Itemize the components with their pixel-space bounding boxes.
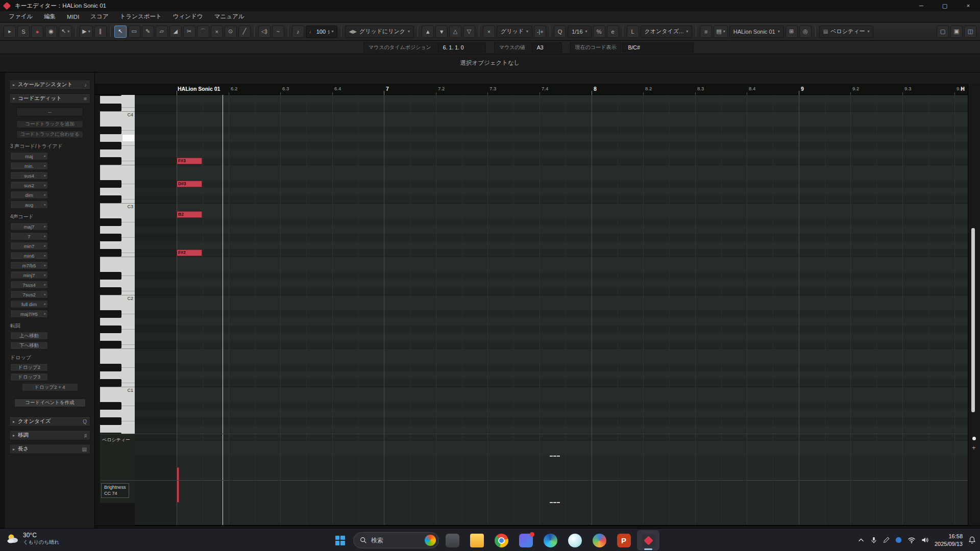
chord-seventh-button[interactable]: maj7/#5▸ [10, 310, 48, 318]
menu-item-4[interactable]: トランスポート [114, 11, 167, 22]
chevron-up-icon[interactable] [857, 537, 865, 544]
chord-seventh-button[interactable]: full dim▸ [10, 300, 48, 308]
scrollbar-thumb[interactable] [971, 228, 975, 412]
expand-arrow-icon[interactable]: ▸ [44, 302, 46, 306]
expand-arrow-icon[interactable]: ▸ [44, 254, 46, 258]
taskbar-app-round-colorful-app[interactable] [588, 530, 610, 550]
part-lines-button[interactable]: ▤▾ [714, 26, 727, 38]
expand-arrow-icon[interactable]: ▸ [44, 273, 46, 277]
midi-note-B2[interactable]: B2 [177, 211, 202, 218]
taskbar-app-file-explorer[interactable] [465, 530, 488, 550]
chevron-down-icon[interactable]: ▾ [332, 29, 334, 34]
section-transpose[interactable]: ▸ 移調 ♯ [9, 430, 90, 440]
chord-triad-button[interactable]: maj▸ [10, 152, 48, 160]
taskbar-app-cubase[interactable] [637, 530, 659, 550]
tool-object-select[interactable]: ↖ [114, 26, 127, 38]
tool-trim[interactable]: ◢ [169, 26, 182, 38]
quantize-preset-select[interactable]: 1/16 ▾ [568, 26, 591, 38]
start-button[interactable] [329, 530, 351, 550]
highlighted-key[interactable] [122, 135, 134, 141]
solo-editor-button[interactable]: S [17, 26, 30, 38]
nudge-down-button[interactable]: ▽ [463, 26, 475, 38]
menu-item-5[interactable]: ウィンドウ [167, 11, 209, 22]
menu-item-3[interactable]: スコア [85, 11, 114, 22]
lane-resize-handle[interactable] [550, 502, 560, 503]
inversion-button[interactable]: 下へ移動 [10, 341, 48, 349]
info-field-value-2[interactable]: B/C# [622, 42, 694, 53]
black-key[interactable] [100, 142, 121, 149]
editor-layout-button[interactable]: ▣ [950, 26, 963, 38]
layers-button[interactable]: ≡ [700, 26, 712, 38]
menu-item-2[interactable]: MIDI [61, 12, 85, 21]
time-display-button[interactable]: ◎ [799, 26, 812, 38]
black-key[interactable] [100, 195, 121, 203]
black-key[interactable] [100, 218, 121, 226]
taskbar-app-phone-link[interactable] [514, 530, 537, 550]
black-key[interactable] [100, 341, 121, 348]
expand-arrow-icon[interactable]: ▸ [44, 224, 46, 229]
black-key[interactable] [100, 287, 121, 295]
tool-zoom[interactable]: ⊙ [225, 26, 237, 38]
taskbar-search[interactable]: 検索 [353, 532, 439, 548]
length-quantize-select[interactable]: クオンタイズ... ▾ [641, 26, 693, 38]
section-length[interactable]: ▸ 長さ ▤ [9, 444, 90, 454]
midi-note-D#3[interactable]: D#3 [177, 181, 202, 187]
expand-arrow-icon[interactable]: ▸ [44, 312, 46, 316]
black-key[interactable] [100, 272, 121, 280]
section-chord-edit[interactable]: ▾ コードエディット ≡ [9, 93, 90, 104]
iterative-quantize-button[interactable]: % [593, 26, 605, 38]
chord-triad-button[interactable]: aug▸ [10, 201, 48, 209]
add-chord-track-button[interactable]: コードトラックを追加 [16, 120, 83, 128]
taskbar-app-round-light-app[interactable] [564, 530, 586, 550]
menu-item-0[interactable]: ファイル [3, 11, 38, 22]
inversion-button[interactable]: 上へ移動 [10, 332, 48, 340]
expand-arrow-icon[interactable]: ▸ [44, 183, 46, 187]
menu-item-6[interactable]: マニュアル [209, 11, 250, 22]
expand-arrow-icon[interactable]: ▸ [44, 292, 46, 296]
vertical-scrollbar[interactable]: + [968, 84, 980, 525]
quantize-panel-button[interactable]: e [607, 26, 619, 38]
taskbar-app-window-app[interactable] [441, 530, 463, 550]
chord-seventh-button[interactable]: minj7▸ [10, 271, 48, 279]
chord-seventh-button[interactable]: 7sus2▸ [10, 290, 48, 298]
wifi-icon[interactable] [908, 537, 916, 543]
black-key[interactable] [100, 180, 121, 188]
ramp-button[interactable]: ~ [272, 26, 284, 38]
lane-separator[interactable] [100, 434, 968, 434]
expand-arrow-icon[interactable]: ▸ [44, 154, 46, 158]
insert-velocity-field[interactable]: ♩ 100 ▴▾ ▾ [306, 26, 337, 38]
pen-icon[interactable] [883, 537, 890, 543]
move-up-button[interactable]: ▲ [422, 26, 434, 38]
chord-seventh-button[interactable]: min6▸ [10, 252, 48, 260]
midi-note-F#2[interactable]: F#2 [177, 249, 202, 256]
grid-type-select[interactable]: グリッド ▾ [497, 26, 532, 38]
expand-arrow-icon[interactable]: ▸ [44, 203, 46, 207]
close-button[interactable]: × [957, 0, 980, 11]
acoustic-feedback-button[interactable]: ◁) [258, 26, 271, 38]
black-key[interactable] [100, 95, 121, 96]
minimize-button[interactable]: ─ [910, 0, 933, 11]
tool-split[interactable]: ✂ [183, 26, 195, 38]
chord-seventh-button[interactable]: m7/b5▸ [10, 261, 48, 269]
part-name-label[interactable]: HALion Sonic 01 [178, 86, 220, 92]
maximize-button[interactable]: ▢ [933, 0, 957, 11]
chord-triad-button[interactable]: sus2▸ [10, 181, 48, 189]
taskbar-app-chrome[interactable] [490, 530, 512, 550]
notification-bell-icon[interactable] [968, 536, 976, 544]
window-zones-button[interactable]: ▢ [937, 26, 949, 38]
volume-icon[interactable] [921, 537, 929, 543]
drop-button[interactable]: ドロップ3 [10, 373, 48, 381]
tool-line[interactable]: ╱ [238, 26, 251, 38]
pin-button[interactable]: ▸ [4, 26, 16, 38]
black-key[interactable] [100, 364, 121, 371]
chord-triad-button[interactable]: sus4▸ [10, 171, 48, 180]
expand-arrow-icon[interactable]: ▸ [44, 173, 46, 178]
chord-triad-button[interactable]: dim▸ [10, 191, 48, 199]
step-input-button[interactable]: ♪ [292, 26, 304, 38]
pointer-options-button[interactable]: ↖▾ [59, 26, 72, 38]
black-key[interactable] [100, 157, 121, 165]
black-key[interactable] [100, 104, 121, 111]
black-key[interactable] [100, 417, 121, 425]
timeline-ruler[interactable]: HALion Sonic 01 6.26.36.477.27.37.488.28… [95, 84, 968, 95]
setup-toolbar-button[interactable]: ◫ [964, 26, 976, 38]
